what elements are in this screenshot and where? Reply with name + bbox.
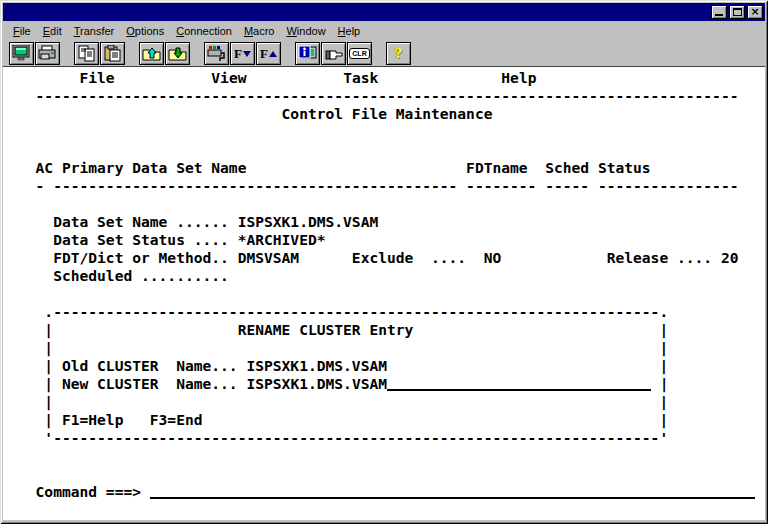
dialog-bottom-border: '---------------------------------------… (3, 429, 765, 447)
font-smaller-button[interactable]: F (230, 42, 255, 65)
toolbar: F F C (3, 41, 765, 67)
menu-help[interactable]: Help (332, 23, 367, 39)
copy-icon (78, 45, 96, 62)
title-bar[interactable]: × (3, 3, 765, 21)
new-cluster-name-underline[interactable] (387, 379, 651, 391)
terminal-screen-button[interactable] (9, 42, 34, 65)
dialog-blank-row: | | (3, 339, 765, 357)
dataset-name-line: Data Set Name ...... ISPSXK1.DMS.VSAM (3, 213, 765, 231)
paste-icon (104, 45, 122, 62)
action-bar-task[interactable]: Task (343, 69, 378, 86)
menu-bar: File Edit Transfer Options Connection Ma… (3, 21, 765, 41)
print-button[interactable] (35, 42, 60, 65)
font-larger-icon: F (260, 46, 277, 62)
fkey-row: | F1=Help F3=End | (3, 411, 765, 429)
terminal-screen: File View Task Help --------------------… (3, 67, 765, 520)
minimize-icon (715, 14, 723, 16)
paste-button[interactable] (100, 42, 125, 65)
new-cluster-name-input[interactable]: ISPSXK1.DMS.VSAM (246, 375, 387, 392)
separator-line: ----------------------------------------… (3, 87, 765, 105)
dialog-title-row: | RENAME CLUSTER Entry | (3, 321, 765, 339)
blank-line (3, 123, 765, 141)
pointing-hand-icon (324, 46, 344, 62)
action-bar-help[interactable]: Help (501, 69, 536, 86)
column-headers: AC Primary Data Set Name FDTname Sched S… (3, 159, 765, 177)
color-roller-icon (207, 45, 226, 62)
minimize-button[interactable] (711, 5, 727, 19)
menu-transfer[interactable]: Transfer (68, 23, 121, 39)
menu-file[interactable]: File (7, 23, 37, 39)
blank-line (3, 195, 765, 213)
action-bar-file[interactable]: File (80, 69, 115, 86)
blank-line (3, 285, 765, 303)
menu-options[interactable]: Options (120, 23, 170, 39)
blank-line (3, 447, 765, 465)
info-icon (298, 45, 317, 62)
colors-button[interactable] (204, 42, 229, 65)
command-label: Command ===> (18, 483, 150, 500)
close-button[interactable]: × (747, 5, 763, 19)
old-cluster-row: | Old CLUSTER Name... ISPSXK1.DMS.VSAM | (3, 357, 765, 375)
maximize-icon (733, 8, 742, 16)
send-file-button[interactable] (139, 42, 164, 65)
dialog-blank-row: | | (3, 393, 765, 411)
command-input[interactable] (150, 487, 755, 499)
emulator-window: × File Edit Transfer Options Connection … (0, 0, 768, 524)
receive-file-button[interactable] (165, 42, 190, 65)
close-icon: × (748, 5, 762, 18)
blank-line (3, 465, 765, 483)
action-bar: File View Task Help (3, 69, 765, 87)
font-smaller-icon: F (234, 46, 251, 62)
menu-macro[interactable]: Macro (238, 23, 281, 39)
copy-button[interactable] (74, 42, 99, 65)
fdt-method-line: FDT/Dict or Method.. DMSVSAM Exclude ...… (3, 249, 765, 267)
command-row: Command ===> (3, 483, 765, 501)
printer-icon (38, 45, 57, 62)
info-button[interactable] (295, 42, 320, 65)
help-button[interactable]: ? (386, 42, 411, 65)
menu-window[interactable]: Window (280, 23, 331, 39)
maximize-button[interactable] (729, 5, 745, 19)
terminal-screen-icon (12, 45, 31, 62)
action-bar-view[interactable]: View (211, 69, 246, 86)
folder-down-icon (168, 46, 188, 62)
dialog-top-border: .---------------------------------------… (3, 303, 765, 321)
folder-up-icon (142, 46, 162, 62)
scheduled-line: Scheduled .......... (3, 267, 765, 285)
font-larger-button[interactable]: F (256, 42, 281, 65)
dataset-status-line: Data Set Status .... *ARCHIVED* (3, 231, 765, 249)
column-header-separator: - --------------------------------------… (3, 177, 765, 195)
help-icon: ? (395, 45, 403, 62)
clear-icon: CLR (349, 48, 369, 59)
pointer-button[interactable] (321, 42, 346, 65)
menu-edit[interactable]: Edit (37, 23, 68, 39)
new-cluster-row: | New CLUSTER Name... ISPSXK1.DMS.VSAM | (3, 375, 765, 393)
menu-connection[interactable]: Connection (170, 23, 238, 39)
blank-line (3, 501, 765, 519)
panel-title: Control File Maintenance (3, 105, 765, 123)
blank-line (3, 141, 765, 159)
clear-button[interactable]: CLR (347, 42, 372, 65)
